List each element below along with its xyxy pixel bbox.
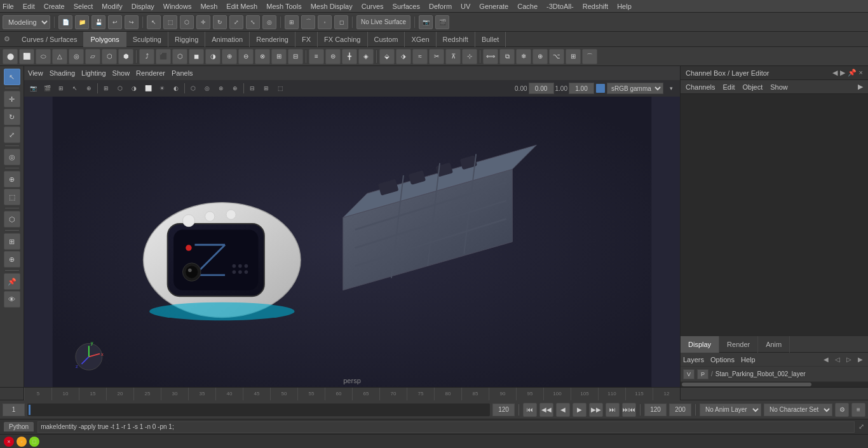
shelf-boolean-union[interactable]: ⊕ [222,49,237,64]
tab-bullet[interactable]: Bullet [475,32,506,47]
vp-light-btn[interactable]: ☀ [156,82,168,95]
render-button[interactable]: 🎬 [435,15,449,29]
viewport-menu-panels[interactable]: Panels [172,69,193,77]
menu-select[interactable]: Select [74,3,93,10]
channel-box-body[interactable] [681,94,868,336]
tab-redshift[interactable]: Redshift [437,32,475,47]
vp-film-btn[interactable]: 🎬 [41,82,53,95]
snap-grid-button[interactable]: ⊞ [285,15,299,29]
viewport-menu-renderer[interactable]: Renderer [136,69,165,77]
layers-next2-icon[interactable]: ▷ [844,355,854,365]
vp-gate-btn[interactable]: ⊞ [260,82,273,95]
shelf-center-pivot[interactable]: ⊕ [532,49,548,64]
tab-fx-caching[interactable]: FX Caching [318,32,367,47]
cb-icon-left[interactable]: ◀ [832,69,837,77]
new-scene-button[interactable]: 📄 [58,15,72,29]
layer-playback-btn[interactable]: P [697,369,709,379]
menu-file[interactable]: File [3,3,14,10]
vp-texture-btn[interactable]: ⬜ [142,82,154,95]
vp-color-swatch[interactable] [595,83,606,93]
shelf-bridge[interactable]: ⬛ [156,49,171,64]
menu-curves[interactable]: Curves [362,3,384,10]
window-close-btn[interactable]: × [4,437,14,447]
colorspace-dropdown[interactable]: sRGB gamma [607,83,663,94]
shelf-disc[interactable]: ⬡ [102,49,117,64]
vp-colorspace-settings[interactable]: ▾ [665,82,677,95]
shelf-deform[interactable]: ⌥ [549,49,564,64]
transport-go-start[interactable]: ⏮ [523,403,537,417]
panel-tab-render[interactable]: Render [719,336,758,353]
shelf-lattice[interactable]: ⊞ [566,49,581,64]
shelf-merge[interactable]: ⊹ [462,49,477,64]
menu-windows[interactable]: Windows [163,3,192,10]
menu-mesh-display[interactable]: Mesh Display [311,3,353,10]
shelf-bevel[interactable]: ⬙ [379,49,395,64]
transport-extra-btn[interactable]: ≡ [851,403,865,417]
shelf-crease[interactable]: ≈ [412,49,428,64]
snap-point-button[interactable]: ◦ [318,15,332,29]
lasso-btn[interactable]: ⬚ [4,189,20,205]
shelf-target-weld[interactable]: ◈ [358,49,374,64]
transport-prev-frame[interactable]: ◀ [556,403,570,417]
cb-menu-show[interactable]: Show [770,83,788,91]
menu-help[interactable]: Help [617,3,632,10]
vp-isolate-btn[interactable]: ◎ [201,82,214,95]
tab-polygons[interactable]: Polygons [84,32,126,47]
undo-button[interactable]: ↩ [108,15,122,29]
cb-menu-object[interactable]: Object [742,83,763,91]
shelf-fill-hole[interactable]: ◼ [189,49,204,64]
shelf-mirror[interactable]: ⟺ [483,49,498,64]
layers-menu-help[interactable]: Help [741,356,756,363]
panel-scrollbar-thumb[interactable] [682,383,811,386]
scale-button[interactable]: ⤢ [229,15,243,29]
live-surface-button[interactable]: No Live Surface [356,15,410,29]
shelf-separate[interactable]: ⊟ [288,49,303,64]
transport-next-frame[interactable]: ▶▶ [589,403,603,417]
timeline-center[interactable]: 5101520253035404550556065707580859095100… [24,388,680,400]
transform-button[interactable]: ⤡ [246,15,260,29]
window-maximize-btn[interactable]: □ [29,437,39,447]
soft-select-button[interactable]: ◎ [262,15,276,29]
shelf-boolean-inter[interactable]: ⊗ [255,49,270,64]
shelf-freeze[interactable]: ❄ [516,49,531,64]
layers-prev-icon[interactable]: ◀ [821,355,831,365]
tab-curves-surfaces[interactable]: Curves / Surfaces [15,32,84,47]
scale-tool-btn[interactable]: ⤢ [4,126,20,143]
viewport-menu-shading[interactable]: Shading [50,69,75,77]
tab-sculpting[interactable]: Sculpting [126,32,168,47]
menu-create[interactable]: Create [44,3,65,10]
viewport-menu-show[interactable]: Show [112,69,130,77]
current-frame-input[interactable] [3,404,25,416]
shelf-multi-cut[interactable]: ✂ [429,49,444,64]
shelf-boolean-diff[interactable]: ⊖ [238,49,254,64]
menu-surfaces[interactable]: Surfaces [393,3,420,10]
shelf-sphere[interactable]: ⬤ [3,49,18,64]
transport-go-end[interactable]: ⏭⏮ [622,403,636,417]
menu-mesh[interactable]: Mesh [200,3,217,10]
sculpt-btn[interactable]: ⬡ [4,211,20,227]
tab-settings-icon[interactable]: ⚙ [1,34,13,45]
shelf-bend[interactable]: ⌒ [582,49,597,64]
menu-cache[interactable]: Cache [517,3,538,10]
coord-y-field[interactable] [569,83,594,94]
rotate-button[interactable]: ↻ [213,15,227,29]
camera-button[interactable]: 📷 [419,15,433,29]
transport-next-key[interactable]: ⏭ [606,403,620,417]
show-manip-btn[interactable]: ⊕ [4,171,20,187]
paint-button[interactable]: ⬡ [180,15,194,29]
lasso-button[interactable]: ⬚ [163,15,177,29]
tab-fx[interactable]: FX [295,32,318,47]
frame-end-input[interactable] [492,404,515,416]
transport-settings-btn[interactable]: ⚙ [835,403,849,417]
tab-xgen[interactable]: XGen [405,32,436,47]
panel-tab-anim[interactable]: Anim [758,336,790,353]
workspace-dropdown[interactable]: Modeling [3,15,50,29]
redo-button[interactable]: ↪ [125,15,139,29]
viewport-menu-view[interactable]: View [28,69,43,77]
layers-next-icon[interactable]: ▶ [855,355,865,365]
tab-rendering[interactable]: Rendering [250,32,295,47]
menu-uv[interactable]: UV [461,3,470,10]
grid-btn[interactable]: ⊞ [4,233,20,250]
menu-mesh-tools[interactable]: Mesh Tools [266,3,301,10]
menu-edit[interactable]: Edit [23,3,35,10]
